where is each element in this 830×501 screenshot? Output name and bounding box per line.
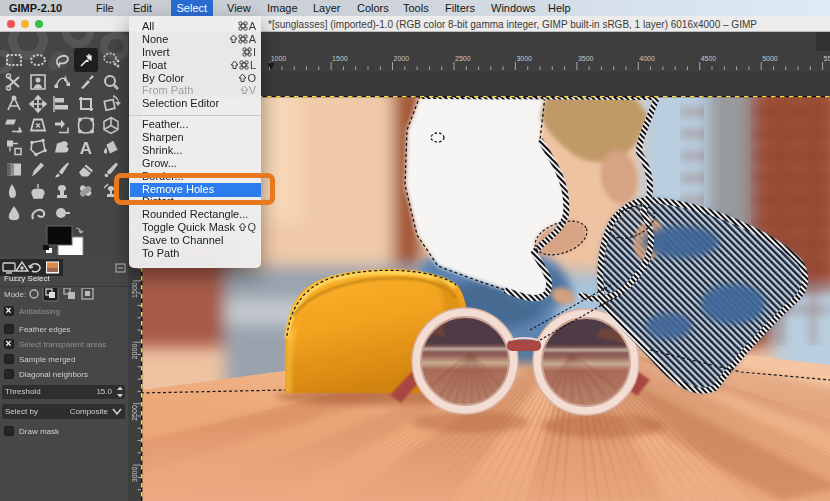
svg-text:5000: 5000 bbox=[762, 55, 778, 62]
svg-text:2000: 2000 bbox=[394, 55, 410, 62]
svg-text:1500: 1500 bbox=[332, 55, 348, 62]
svg-text:5500: 5500 bbox=[824, 55, 830, 62]
svg-text:2500: 2500 bbox=[131, 405, 138, 421]
svg-text:3000: 3000 bbox=[131, 466, 138, 482]
svg-text:3000: 3000 bbox=[516, 55, 532, 62]
svg-text:3500: 3500 bbox=[578, 55, 594, 62]
svg-text:A: A bbox=[80, 139, 92, 158]
svg-text:1500: 1500 bbox=[131, 282, 138, 298]
svg-text:4000: 4000 bbox=[639, 55, 655, 62]
svg-text:2000: 2000 bbox=[131, 344, 138, 360]
svg-text:1000: 1000 bbox=[271, 55, 287, 62]
svg-text:4500: 4500 bbox=[701, 55, 717, 62]
svg-text:2500: 2500 bbox=[455, 55, 471, 62]
